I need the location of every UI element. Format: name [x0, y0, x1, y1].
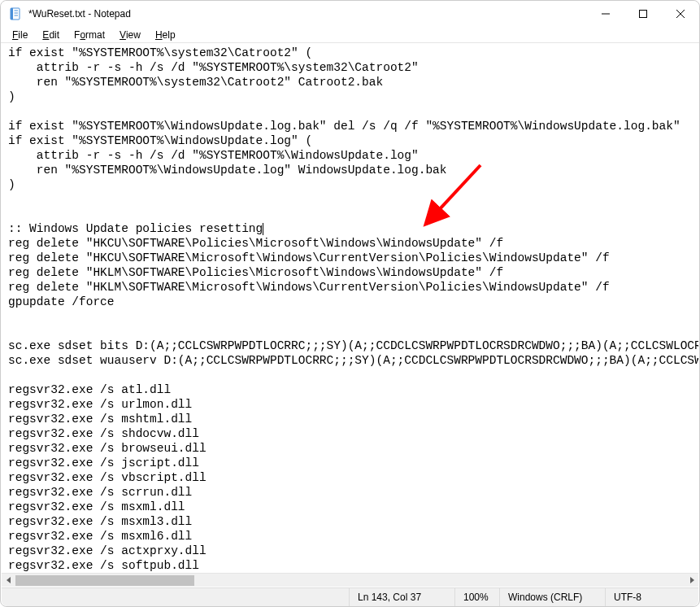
minimize-button[interactable]	[587, 1, 624, 27]
close-button[interactable]	[662, 1, 699, 27]
status-spacer	[2, 588, 349, 606]
scrollbar-track[interactable]	[15, 574, 685, 587]
scrollbar-thumb[interactable]	[15, 575, 194, 586]
status-position: Ln 143, Col 37	[349, 588, 454, 606]
titlebar[interactable]: *WuReset.txt - Notepad	[1, 1, 699, 27]
window-title: *WuReset.txt - Notepad	[28, 8, 131, 20]
maximize-button[interactable]	[624, 1, 662, 27]
menu-view-label: View	[120, 29, 141, 41]
menu-file-label: File	[12, 29, 28, 41]
menu-format[interactable]: Format	[67, 28, 111, 41]
svg-marker-12	[690, 577, 694, 583]
menu-help[interactable]: Help	[149, 28, 182, 41]
menu-format-label: Format	[74, 29, 105, 41]
menu-file[interactable]: File	[6, 28, 34, 41]
svg-marker-11	[7, 577, 11, 583]
menu-edit-label: Edit	[42, 29, 59, 41]
menu-edit[interactable]: Edit	[36, 28, 66, 41]
statusbar: Ln 143, Col 37 100% Windows (CRLF) UTF-8	[2, 587, 698, 606]
svg-rect-1	[11, 8, 13, 20]
status-zoom: 100%	[454, 588, 499, 606]
menu-help-label: Help	[155, 29, 176, 41]
window-controls	[587, 1, 699, 27]
svg-rect-6	[640, 11, 647, 18]
scroll-right-icon[interactable]	[685, 574, 698, 587]
text-editor[interactable]: if exist "%SYSTEMROOT%\system32\Catroot2…	[2, 44, 698, 586]
menubar: File Edit Format View Help	[1, 27, 699, 43]
status-line-ending: Windows (CRLF)	[499, 588, 605, 606]
notepad-icon	[9, 7, 22, 20]
status-encoding: UTF-8	[605, 588, 698, 606]
scroll-left-icon[interactable]	[2, 574, 15, 587]
horizontal-scrollbar[interactable]	[2, 573, 698, 587]
menu-view[interactable]: View	[113, 28, 147, 41]
